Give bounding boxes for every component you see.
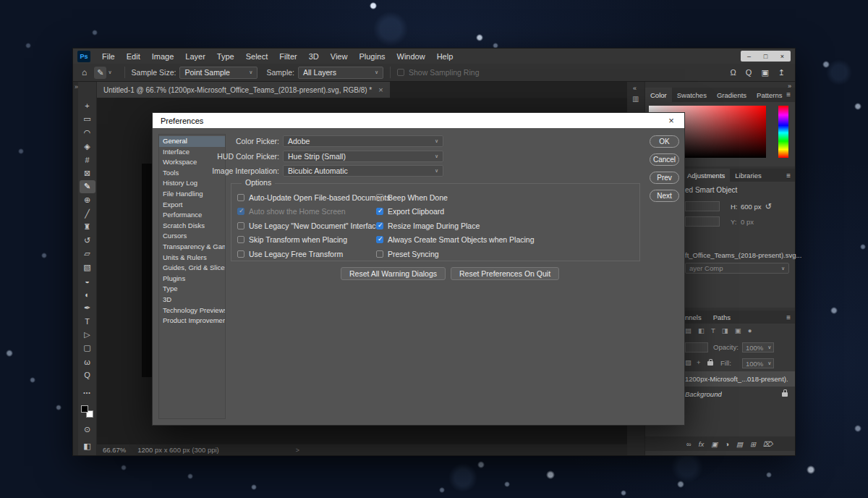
close-button[interactable]: × bbox=[774, 51, 791, 62]
chevron-down-icon[interactable]: ∨ bbox=[108, 69, 111, 75]
eraser-tool-icon[interactable]: ▱ bbox=[80, 248, 95, 261]
prefs-sidebar-item[interactable]: Units & Rulers bbox=[159, 253, 225, 263]
lock-position-icon[interactable]: + bbox=[697, 358, 701, 366]
screen-mode-icon[interactable]: ◧ bbox=[83, 442, 90, 451]
fill-field[interactable]: 100% ∨ bbox=[742, 358, 774, 368]
layer-comp-dropdown[interactable]: ayer Comp ∨ bbox=[685, 263, 789, 274]
panel-tab[interactable]: nnels bbox=[685, 313, 702, 321]
preference-checkbox[interactable]: Preset Syncing bbox=[376, 250, 535, 258]
preference-checkbox[interactable]: Use Legacy "New Document" Interface bbox=[237, 221, 391, 229]
lasso-tool-icon[interactable]: ◠ bbox=[80, 126, 95, 140]
prefs-sidebar-item[interactable]: Scratch Disks bbox=[159, 221, 225, 232]
filter-toggle-icon[interactable]: ● bbox=[748, 326, 752, 334]
layer-effects-icon[interactable]: fx bbox=[699, 440, 704, 448]
panel-tab[interactable]: Gradients bbox=[712, 88, 752, 102]
menu-item[interactable]: Select bbox=[240, 52, 274, 61]
image-interpolation-dropdown[interactable]: Bicubic Automatic ∨ bbox=[283, 165, 443, 177]
crop-tool-icon[interactable]: # bbox=[80, 153, 95, 166]
ok-button[interactable]: OK bbox=[650, 135, 679, 148]
prefs-sidebar-item[interactable]: 3D bbox=[159, 295, 225, 305]
move-tool-icon[interactable]: + bbox=[80, 99, 95, 113]
layer-mask-icon[interactable]: ▣ bbox=[711, 440, 718, 448]
status-chevron-icon[interactable]: > bbox=[296, 447, 299, 454]
preference-checkbox[interactable]: Use Legacy Free Transform bbox=[237, 250, 391, 258]
zoom-tool-icon[interactable]: Q bbox=[80, 368, 95, 382]
prefs-sidebar-item[interactable]: Product Improvement bbox=[159, 316, 225, 326]
healing-tool-icon[interactable]: ⊕ bbox=[80, 193, 95, 207]
preference-checkbox[interactable]: Auto show the Home Screen bbox=[237, 208, 391, 216]
cancel-button[interactable]: Cancel bbox=[650, 153, 679, 166]
menu-item[interactable]: 3D bbox=[303, 52, 325, 61]
link-layers-icon[interactable]: ∞ bbox=[686, 440, 692, 448]
hand-tool-icon[interactable]: ω bbox=[80, 355, 95, 368]
preference-checkbox[interactable]: Auto-Update Open File-based Documents bbox=[237, 193, 391, 201]
workspace-icon[interactable]: ▣ bbox=[761, 68, 768, 77]
filter-type-icon[interactable]: T bbox=[711, 326, 715, 334]
foreground-color-swatch[interactable] bbox=[81, 405, 88, 413]
search-icon[interactable]: Q bbox=[746, 68, 752, 77]
adjustment-layer-icon[interactable]: ◑ bbox=[725, 440, 729, 448]
shape-tool-icon[interactable]: ▢ bbox=[80, 342, 95, 355]
hud-color-picker-dropdown[interactable]: Hue Strip (Small) ∨ bbox=[283, 151, 443, 162]
expand-dock-icon[interactable]: » bbox=[788, 83, 791, 90]
reset-warning-dialogs-button[interactable]: Reset All Warning Dialogs bbox=[341, 267, 446, 280]
menu-item[interactable]: Plugins bbox=[353, 52, 391, 61]
menu-item[interactable]: Image bbox=[146, 52, 180, 61]
edit-toolbar-icon[interactable]: ••• bbox=[83, 390, 90, 395]
path-select-tool-icon[interactable]: ▷ bbox=[80, 328, 95, 342]
hue-strip[interactable] bbox=[778, 106, 788, 158]
menu-item[interactable]: File bbox=[96, 52, 121, 61]
preference-checkbox[interactable]: Resize Image During Place bbox=[376, 221, 535, 229]
zoom-level[interactable]: 66.67% bbox=[103, 446, 126, 454]
document-tab[interactable]: Untitled-1 @ 66.7% (1200px-Microsoft_Off… bbox=[97, 82, 390, 98]
tab-close-icon[interactable]: × bbox=[378, 85, 383, 94]
prefs-sidebar-item[interactable]: Transparency & Gamut bbox=[159, 242, 225, 253]
dodge-tool-icon[interactable]: ◐ bbox=[80, 287, 95, 301]
delete-layer-icon[interactable]: ⌦ bbox=[763, 440, 773, 448]
prefs-sidebar-item[interactable]: Export bbox=[159, 200, 225, 211]
prefs-sidebar-item[interactable]: Type bbox=[159, 284, 225, 295]
object-selection-tool-icon[interactable]: ◈ bbox=[80, 140, 95, 153]
menu-item[interactable]: Edit bbox=[121, 52, 146, 61]
menu-item[interactable]: Window bbox=[391, 52, 431, 61]
frame-tool-icon[interactable]: ⊠ bbox=[80, 166, 95, 180]
prev-button[interactable]: Prev bbox=[650, 172, 679, 184]
preference-checkbox[interactable]: Export Clipboard bbox=[376, 208, 535, 216]
gradient-tool-icon[interactable]: ▧ bbox=[80, 261, 95, 274]
menu-item[interactable]: Help bbox=[431, 52, 459, 61]
filter-image-icon[interactable]: ◧ bbox=[698, 326, 705, 334]
foreground-background-swatches[interactable] bbox=[81, 405, 93, 418]
prefs-sidebar-item[interactable]: History Log bbox=[159, 178, 225, 189]
panel-tab[interactable]: Color bbox=[645, 88, 672, 102]
pen-tool-icon[interactable]: ✒ bbox=[80, 301, 95, 315]
prefs-sidebar-item[interactable]: Plugins bbox=[159, 274, 225, 284]
panel-tab[interactable]: Libraries bbox=[730, 169, 766, 182]
prefs-sidebar-item[interactable]: Performance bbox=[159, 210, 225, 221]
sample-dropdown[interactable]: All Layers ∨ bbox=[298, 67, 383, 79]
dialog-titlebar[interactable]: Preferences × bbox=[153, 113, 684, 128]
height-value[interactable]: 600 px bbox=[741, 203, 762, 211]
eyedropper-preset-icon[interactable]: ✎ bbox=[94, 67, 106, 79]
eyedropper-tool-icon[interactable]: ✎ bbox=[80, 180, 95, 194]
menu-item[interactable]: View bbox=[325, 52, 354, 61]
panel-menu-icon[interactable]: ≡ bbox=[786, 172, 791, 180]
menu-item[interactable]: Filter bbox=[273, 52, 302, 61]
preference-checkbox[interactable]: Beep When Done bbox=[376, 193, 535, 201]
history-brush-tool-icon[interactable]: ↺ bbox=[80, 234, 95, 248]
new-layer-icon[interactable]: ⊞ bbox=[750, 440, 756, 448]
filter-smart-object-icon[interactable]: ▣ bbox=[735, 326, 741, 334]
home-icon[interactable]: ⌂ bbox=[82, 67, 87, 77]
type-tool-icon[interactable]: T bbox=[80, 315, 95, 329]
clone-stamp-tool-icon[interactable]: ♜ bbox=[80, 220, 95, 234]
blur-tool-icon[interactable]: ◒ bbox=[80, 274, 95, 288]
share-icon[interactable]: ↥ bbox=[778, 68, 785, 77]
maximize-button[interactable]: □ bbox=[757, 51, 774, 62]
lock-transparency-icon[interactable]: ▨ bbox=[685, 358, 692, 366]
panel-menu-icon[interactable]: ≡ bbox=[786, 90, 791, 98]
prefs-sidebar-item[interactable]: Cursors bbox=[159, 231, 225, 242]
reset-preferences-on-quit-button[interactable]: Reset Preferences On Quit bbox=[451, 267, 559, 280]
brush-tool-icon[interactable]: ╱ bbox=[80, 207, 95, 221]
preference-checkbox[interactable]: Always Create Smart Objects when Placing bbox=[376, 236, 535, 244]
panel-tab[interactable]: Swatches bbox=[672, 88, 712, 102]
panel-menu-icon[interactable]: ≡ bbox=[786, 313, 791, 321]
